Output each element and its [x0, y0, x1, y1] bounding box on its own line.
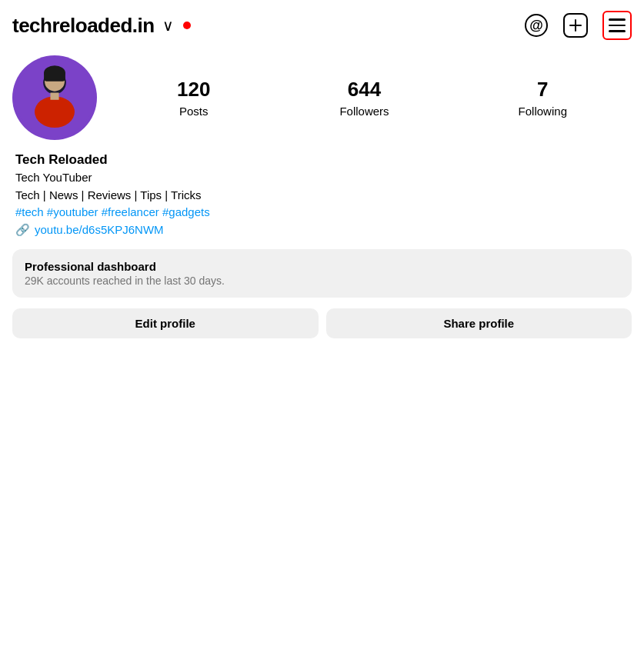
threads-icon[interactable]: @ [524, 13, 549, 38]
share-profile-button[interactable]: Share profile [326, 308, 632, 338]
username: techreloaded.in [12, 14, 155, 38]
dashboard-title: Professional dashboard [25, 260, 619, 273]
avatar[interactable] [12, 55, 97, 140]
menu-icon[interactable] [602, 11, 632, 40]
bio-line2: Tech | News | Reviews | Tips | Tricks [15, 187, 629, 205]
stats-row: 120 Posts 644 Followers 7 Following [112, 78, 632, 118]
bio-link[interactable]: 🔗 youtu.be/d6s5KPJ6NWM [15, 221, 629, 239]
link-icon: 🔗 [15, 221, 30, 239]
stat-posts[interactable]: 120 Posts [177, 78, 210, 118]
svg-rect-11 [44, 72, 65, 82]
stat-followers[interactable]: 644 Followers [339, 78, 389, 118]
action-buttons: Edit profile Share profile [12, 308, 632, 338]
svg-text:@: @ [529, 18, 543, 33]
posts-count: 120 [177, 78, 210, 102]
followers-label: Followers [339, 105, 389, 118]
hamburger-lines [609, 18, 626, 32]
stat-following[interactable]: 7 Following [519, 78, 567, 118]
bio-section: Tech Reloaded Tech YouTuber Tech | News … [12, 152, 632, 238]
header-left: techreloaded.in ∨ [12, 14, 191, 38]
bio-hashtags[interactable]: #tech #youtuber #freelancer #gadgets [15, 204, 629, 221]
followers-count: 644 [348, 78, 381, 102]
svg-rect-8 [50, 93, 58, 100]
header: techreloaded.in ∨ @ [0, 0, 644, 48]
menu-line-3 [609, 30, 626, 32]
following-label: Following [519, 105, 567, 118]
dashboard-subtitle: 29K accounts reached in the last 30 days… [25, 275, 619, 287]
header-icons: @ [524, 11, 632, 40]
chevron-down-icon[interactable]: ∨ [162, 16, 174, 35]
profile-section: 120 Posts 644 Followers 7 Following Tech… [0, 48, 644, 351]
edit-profile-button[interactable]: Edit profile [12, 308, 319, 338]
svg-point-7 [35, 96, 75, 128]
add-post-icon[interactable] [562, 12, 589, 38]
following-count: 7 [537, 78, 548, 102]
menu-line-2 [609, 25, 626, 27]
posts-label: Posts [179, 105, 209, 118]
bio-line1: Tech YouTuber [15, 169, 629, 187]
professional-dashboard-card[interactable]: Professional dashboard 29K accounts reac… [12, 249, 632, 298]
link-text: youtu.be/d6s5KPJ6NWM [35, 221, 164, 239]
display-name: Tech Reloaded [15, 152, 629, 168]
menu-line-1 [609, 18, 626, 21]
profile-top: 120 Posts 644 Followers 7 Following [12, 55, 632, 140]
online-status-dot [183, 22, 191, 29]
avatar-inner [15, 58, 94, 137]
